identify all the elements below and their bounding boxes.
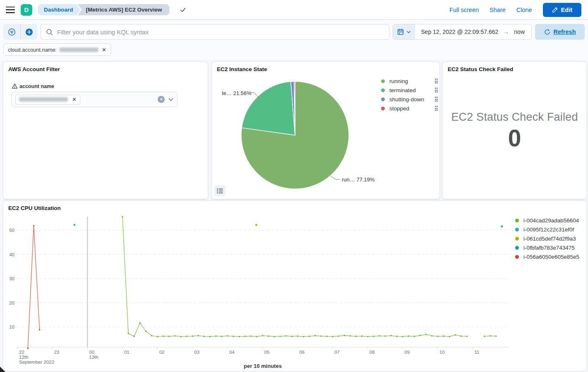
x-axis-title: per 10 minutes <box>3 363 522 369</box>
metric-value: 0 <box>443 124 586 152</box>
panel-ec2-status-check-failed: EC2 Status Check Failed EC2 Status Check… <box>443 62 586 199</box>
saved-query-filter-icon[interactable] <box>3 24 20 40</box>
legend-item-instance-5[interactable]: i-056a6050e605e85e5 <box>515 252 579 261</box>
kibana-dashboard-app: { "header": { "logo_letter": "D", "bread… <box>0 0 588 372</box>
legend-item-stopped[interactable]: stopped <box>381 104 438 113</box>
svg-text:22: 22 <box>19 350 24 355</box>
check-icon <box>180 7 186 13</box>
svg-text:07: 07 <box>334 350 340 355</box>
breadcrumb-current-dashboard: [Metrics AWS] EC2 Overview <box>78 4 170 15</box>
legend-dot <box>381 88 385 92</box>
legend-item-shutting-down[interactable]: shutting-down <box>381 95 438 104</box>
svg-text:30: 30 <box>9 276 14 281</box>
refresh-button[interactable]: Refresh <box>535 24 585 40</box>
svg-text:04: 04 <box>229 350 235 355</box>
dashboard-app-badge[interactable]: D <box>21 4 32 16</box>
svg-text:09: 09 <box>404 350 410 355</box>
legend-dot <box>515 219 519 222</box>
panel-ec2-instance-state: EC2 Instance State te… 21.56% run… 77.19… <box>212 62 439 199</box>
legend-actions-icon[interactable] <box>435 106 438 111</box>
share-button[interactable]: Share <box>490 7 506 13</box>
legend-dot <box>515 228 519 231</box>
legend-dot <box>381 79 385 83</box>
legend-item-instance-4[interactable]: i-0fbfafb783e743475 <box>515 243 579 252</box>
kql-search-input[interactable] <box>57 29 384 36</box>
svg-text:00: 00 <box>89 350 94 355</box>
time-range-picker: Sep 12, 2022 @ 22:09:57.662 → now <box>393 24 532 40</box>
legend-actions-icon[interactable] <box>435 88 438 93</box>
pie-legend: running terminated shutting-down stopped <box>381 76 438 113</box>
svg-text:08: 08 <box>370 350 375 355</box>
account-name-combobox[interactable]: ✕ ✕ <box>12 92 178 107</box>
pencil-icon <box>552 7 558 13</box>
edit-button[interactable]: Edit <box>543 3 581 17</box>
svg-text:40: 40 <box>9 252 14 257</box>
warning-icon <box>12 83 18 89</box>
legend-dot <box>381 107 385 110</box>
cpu-legend: i-004cad29adab56604 i-0095f12c22c31ef0f … <box>515 216 579 261</box>
svg-text:03: 03 <box>194 350 199 355</box>
legend-actions-icon[interactable] <box>435 79 438 83</box>
legend-dot <box>515 255 519 259</box>
svg-text:01: 01 <box>124 350 130 355</box>
svg-text:10: 10 <box>9 324 14 329</box>
svg-text:23: 23 <box>54 350 60 355</box>
remove-filter-icon[interactable]: ✕ <box>102 47 106 52</box>
svg-text:12th: 12th <box>19 355 28 360</box>
panel-title: AWS Account Filter <box>3 62 208 72</box>
clear-all-icon[interactable]: ✕ <box>158 96 165 103</box>
legend-item-running[interactable]: running <box>381 76 438 86</box>
query-bar: Sep 12, 2022 @ 22:09:57.662 → now Refres… <box>0 20 588 60</box>
calendar-icon <box>397 29 404 35</box>
calendar-menu-button[interactable] <box>393 24 415 39</box>
field-label-text: account name <box>19 83 54 89</box>
selected-account-pill: ✕ <box>15 95 80 105</box>
legend-dot <box>515 237 519 241</box>
time-range-start[interactable]: Sep 12, 2022 @ 22:09:57.662 <box>415 29 502 35</box>
panel-title: EC2 Status Check Failed <box>443 62 586 72</box>
arrow-right-icon: → <box>502 29 510 35</box>
svg-text:20: 20 <box>9 300 14 305</box>
redacted-filter-value <box>59 48 98 52</box>
filter-actions-group <box>3 24 37 40</box>
legend-item-instance-2[interactable]: i-0095f12c22c31ef0f <box>515 225 579 234</box>
kql-search-field[interactable] <box>41 24 389 40</box>
pie-label-running: run… 77.19% <box>342 176 375 183</box>
svg-text:11: 11 <box>475 350 480 355</box>
svg-text:10: 10 <box>439 350 445 355</box>
full-screen-button[interactable]: Full screen <box>449 7 479 13</box>
breadcrumb: Dashboard [Metrics AWS] EC2 Overview <box>38 4 170 15</box>
legend-item-terminated[interactable]: terminated <box>381 86 438 95</box>
remove-selection-icon[interactable]: ✕ <box>72 97 77 102</box>
toggle-legend-list-icon[interactable] <box>214 185 226 196</box>
filter-pill-cloud-account-name[interactable]: cloud.account.name: ✕ <box>3 43 111 56</box>
chevron-down-icon <box>406 30 411 34</box>
search-icon <box>46 29 53 36</box>
pie-label-terminated: te… 21.56% <box>222 90 252 96</box>
svg-text:05: 05 <box>264 350 270 355</box>
refresh-icon <box>544 29 550 35</box>
add-filter-icon[interactable] <box>20 24 37 40</box>
panel-aws-account-filter: AWS Account Filter account name ✕ ✕ <box>3 62 208 199</box>
legend-actions-icon[interactable] <box>435 97 438 102</box>
metric-label: EC2 Status Check Failed <box>443 111 586 124</box>
corner-artifact <box>0 367 5 372</box>
time-range-end[interactable]: now <box>510 29 531 35</box>
svg-text:02: 02 <box>159 350 165 355</box>
breadcrumb-dashboard[interactable]: Dashboard <box>38 4 81 15</box>
panel-ec2-cpu-utilization: EC2 CPU Utilization 10203040502212thSept… <box>3 201 586 371</box>
legend-item-instance-1[interactable]: i-004cad29adab56604 <box>515 216 579 225</box>
combobox-chevron-down-icon[interactable] <box>168 97 174 103</box>
svg-text:50: 50 <box>9 228 14 233</box>
clone-button[interactable]: Clone <box>516 7 532 13</box>
redacted-account-value <box>19 97 68 102</box>
top-navigation-bar: D Dashboard [Metrics AWS] EC2 Overview F… <box>0 0 588 20</box>
legend-dot <box>515 246 519 250</box>
svg-text:06: 06 <box>299 350 305 355</box>
svg-text:13th: 13th <box>89 355 98 360</box>
cpu-line-chart[interactable]: 10203040502212thSeptember 2022230013th01… <box>3 201 586 371</box>
menu-icon[interactable] <box>6 7 15 13</box>
legend-dot <box>381 98 385 101</box>
legend-item-instance-3[interactable]: i-061cd5def74d2f9a3 <box>515 234 579 243</box>
